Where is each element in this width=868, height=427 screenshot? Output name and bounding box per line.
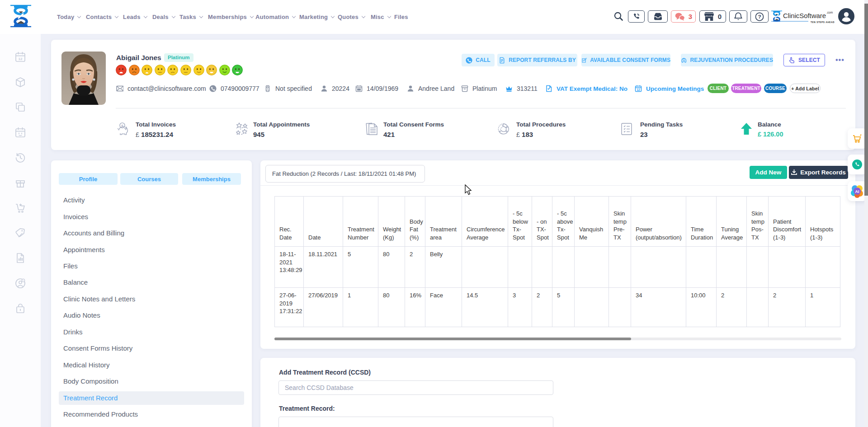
svg-text:12: 12: [637, 88, 640, 91]
svg-text:ClinicSoftware: ClinicSoftware: [783, 12, 826, 19]
svg-text:AI: AI: [855, 189, 859, 194]
svg-text:12: 12: [19, 57, 23, 61]
svg-text:?: ?: [758, 14, 761, 20]
svg-text:TEN STEPS AHEAD: TEN STEPS AHEAD: [811, 21, 835, 23]
svg-text:.com: .com: [826, 11, 833, 14]
